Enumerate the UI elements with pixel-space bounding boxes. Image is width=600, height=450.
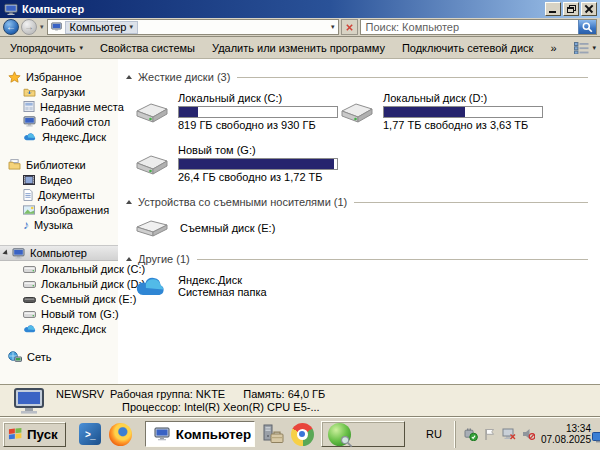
nav-history-dropdown-icon[interactable]: ▾ <box>39 23 45 31</box>
drive-g-tile[interactable]: Новый том (G:) 26,4 ГБ свободно из 1,72 … <box>134 144 339 184</box>
breadcrumb-dropdown-icon: ▾ <box>129 23 133 31</box>
desktop-monitor-icon <box>23 116 36 127</box>
network-icon <box>8 351 22 363</box>
capacity-bar <box>178 106 338 118</box>
hard-drive-icon <box>134 152 170 176</box>
views-dropdown-icon: ▾ <box>593 44 597 52</box>
collapse-arrow-icon <box>126 257 132 261</box>
search-button[interactable] <box>578 20 596 34</box>
toolbar-overflow-button[interactable]: » <box>550 42 556 54</box>
sidebar-item-label: Новый том (G:) <box>41 308 119 320</box>
drive-free-space: 819 ГБ свободно из 930 ГБ <box>178 119 338 132</box>
sidebar-item-documents[interactable]: Документы <box>0 187 118 202</box>
sidebar-item-label: Недавние места <box>40 101 124 113</box>
section-rule <box>354 202 588 203</box>
sidebar-item-disk-c[interactable]: Локальный диск (C:) <box>0 261 118 276</box>
items-view: Жесткие диски (3) Локальный диск (C:) 81… <box>118 59 600 384</box>
close-button[interactable] <box>581 2 597 16</box>
tray-monitor-icon[interactable] <box>592 432 600 443</box>
capacity-bar-fill <box>179 107 198 117</box>
navigation-bar: ← → ▾ Компьютер ▾ ▾ Поиск: Компьютер <box>0 18 600 37</box>
sidebar-item-label: Музыка <box>34 219 73 231</box>
stop-refresh-button[interactable] <box>341 19 358 35</box>
sidebar-item-recent-places[interactable]: Недавние места <box>0 99 118 114</box>
section-header-hard-disks[interactable]: Жесткие диски (3) <box>126 71 588 83</box>
computer-icon <box>12 387 46 415</box>
windows-flag-icon <box>8 427 23 441</box>
memory: Память: 64,0 ГБ <box>243 388 325 401</box>
restore-button[interactable] <box>563 2 579 16</box>
sidebar-item-disk-e[interactable]: Съемный диск (E:) <box>0 291 118 306</box>
sidebar-item-label: Библиотеки <box>26 159 86 171</box>
hard-drive-icon <box>134 100 170 124</box>
search-input[interactable]: Поиск: Компьютер <box>366 21 460 33</box>
sidebar-item-yandex-disk[interactable]: Яндекс.Диск <box>0 129 118 144</box>
capacity-bar-fill <box>179 159 334 169</box>
drive-e-tile[interactable]: Съемный диск (E:) <box>134 217 588 239</box>
breadcrumb-label: Компьютер <box>70 21 127 33</box>
sidebar-item-disk-g[interactable]: Новый том (G:) <box>0 306 118 321</box>
start-button[interactable]: Пуск <box>3 422 66 447</box>
sidebar-item-videos[interactable]: Видео <box>0 172 118 187</box>
drive-free-space: 26,4 ГБ свободно из 1,72 ТБ <box>178 171 338 184</box>
drive-name: Локальный диск (C:) <box>178 92 338 105</box>
drive-name: Съемный диск (E:) <box>180 222 275 234</box>
section-title: Другие (1) <box>138 253 190 265</box>
sidebar-item-libraries[interactable]: Библиотеки <box>0 157 118 172</box>
powershell-icon[interactable]: >_ <box>79 423 101 445</box>
safely-remove-hardware-icon[interactable] <box>464 428 478 441</box>
firefox-icon[interactable] <box>109 423 132 446</box>
clock[interactable]: 13:34 07.08.2025 <box>541 423 591 445</box>
drive-d-tile[interactable]: Локальный диск (D:) 1,77 ТБ свободно из … <box>339 92 588 132</box>
green-search-tool-button[interactable] <box>321 421 405 447</box>
action-center-flag-icon[interactable] <box>484 428 496 441</box>
address-dropdown-icon[interactable]: ▾ <box>331 23 335 31</box>
sidebar-item-network[interactable]: Сеть <box>0 349 118 364</box>
sidebar-item-downloads[interactable]: Загрузки <box>0 84 118 99</box>
yandex-disk-tile[interactable]: Яндекс.Диск Системная папка <box>134 274 588 299</box>
explorer-window: Компьютер ← → ▾ Компьютер ▾ ▾ <box>0 0 600 417</box>
address-bar[interactable]: Компьютер ▾ ▾ <box>47 19 339 35</box>
collapse-arrow-icon <box>126 75 132 79</box>
drive-name: Локальный диск (D:) <box>383 92 543 105</box>
item-subtitle: Системная папка <box>178 286 267 299</box>
language-indicator[interactable]: RU <box>420 428 448 440</box>
capacity-bar <box>383 106 543 118</box>
views-button[interactable]: ▾ <box>574 42 597 54</box>
server-manager-icon[interactable] <box>262 424 284 444</box>
chrome-icon[interactable] <box>291 423 314 446</box>
forward-button[interactable]: → <box>21 19 37 35</box>
sidebar-item-disk-d[interactable]: Локальный диск (D:) <box>0 276 118 291</box>
drive-c-tile[interactable]: Локальный диск (C:) 819 ГБ свободно из 9… <box>134 92 339 132</box>
sidebar-item-music[interactable]: ♪ Музыка <box>0 217 118 232</box>
breadcrumb-computer[interactable]: Компьютер ▾ <box>65 21 138 34</box>
uninstall-program-button[interactable]: Удалить или изменить программу <box>212 42 385 54</box>
back-button[interactable]: ← <box>3 19 19 35</box>
capacity-bar <box>178 158 338 170</box>
volume-muted-icon[interactable] <box>522 428 535 440</box>
system-properties-button[interactable]: Свойства системы <box>100 42 195 54</box>
sidebar-item-favorites[interactable]: Избранное <box>0 69 118 84</box>
sidebar-item-label: Компьютер <box>30 247 87 259</box>
sidebar-item-desktop[interactable]: Рабочий стол <box>0 114 118 129</box>
minimize-button[interactable] <box>545 2 561 16</box>
sidebar-item-pictures[interactable]: Изображения <box>0 202 118 217</box>
sidebar-item-computer[interactable]: Компьютер <box>0 245 118 261</box>
start-label: Пуск <box>27 427 58 442</box>
section-header-other[interactable]: Другие (1) <box>126 253 588 265</box>
title-bar[interactable]: Компьютер <box>0 0 600 18</box>
drive-free-space: 1,77 ТБ свободно из 3,63 ТБ <box>383 119 543 132</box>
cloud-icon <box>23 324 37 334</box>
navigation-pane: Избранное Загрузки Недавние места <box>0 59 118 384</box>
task-button-computer[interactable]: Компьютер <box>145 421 255 447</box>
organize-button[interactable]: Упорядочить ▾ <box>10 42 83 54</box>
map-network-drive-button[interactable]: Подключить сетевой диск <box>402 42 533 54</box>
sidebar-item-yandex-disk-2[interactable]: Яндекс.Диск <box>0 321 118 336</box>
sidebar-item-label: Избранное <box>26 71 82 83</box>
search-box[interactable]: Поиск: Компьютер <box>360 19 597 35</box>
window-computer-icon <box>4 3 18 16</box>
expander-icon[interactable] <box>2 249 9 256</box>
window-body: Избранное Загрузки Недавние места <box>0 59 600 384</box>
section-header-removable[interactable]: Устройства со съемными носителями (1) <box>126 196 588 208</box>
network-disconnected-icon[interactable] <box>502 428 516 440</box>
